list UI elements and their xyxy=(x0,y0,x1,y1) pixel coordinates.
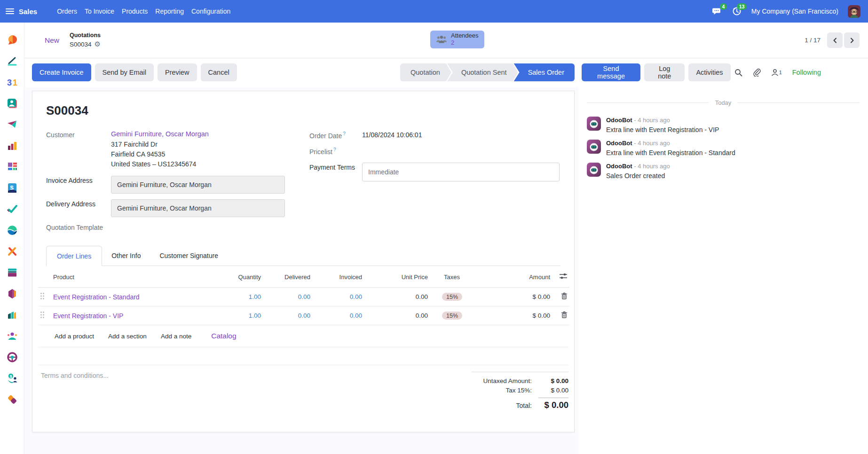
column-delivered[interactable]: Delivered xyxy=(263,266,312,288)
column-unit-price[interactable]: Unit Price xyxy=(364,266,430,288)
add-a-product-link[interactable]: Add a product xyxy=(55,333,94,340)
menu-configuration[interactable]: Configuration xyxy=(188,0,234,23)
total-label: Total: xyxy=(516,402,532,409)
column-taxes[interactable]: Taxes xyxy=(430,266,491,288)
delivered-cell[interactable]: 0.00 xyxy=(298,293,310,300)
tax-badge[interactable]: 15% xyxy=(442,293,462,301)
followers-count: 1 xyxy=(779,70,782,75)
checkmark-app-icon[interactable] xyxy=(6,203,18,215)
invoiced-cell[interactable]: 0.00 xyxy=(350,312,362,319)
invoiced-cell[interactable]: 0.00 xyxy=(350,293,362,300)
following-toggle[interactable]: Following xyxy=(792,69,821,76)
unit-price-cell[interactable]: 0.00 xyxy=(364,288,430,306)
user-avatar[interactable] xyxy=(848,5,860,18)
message-author[interactable]: OdooBot xyxy=(606,163,632,170)
letter-x-app-icon[interactable] xyxy=(6,245,18,258)
company-switcher[interactable]: My Company (San Francisco) xyxy=(751,8,838,15)
steering-wheel-app-icon[interactable] xyxy=(6,351,18,363)
customer-label: Customer xyxy=(46,130,111,169)
help-marker-icon: ? xyxy=(343,131,346,136)
product-link[interactable]: Event Registration - Standard xyxy=(53,293,140,301)
attachments-paperclip-icon[interactable] xyxy=(753,68,761,77)
new-button[interactable]: New xyxy=(45,36,59,45)
globe-layers-app-icon[interactable] xyxy=(6,224,18,236)
notebook-tabs: Order Lines Other Info Customer Signatur… xyxy=(46,245,560,266)
unit-price-cell[interactable]: 0.00 xyxy=(364,306,430,325)
status-step-quotation[interactable]: Quotation xyxy=(400,63,451,81)
svg-text:$: $ xyxy=(9,374,12,379)
bar-chart-app-icon[interactable] xyxy=(6,140,18,152)
breadcrumb-parent[interactable]: Quotations xyxy=(70,32,101,39)
status-step-quotation-sent[interactable]: Quotation Sent xyxy=(446,63,518,81)
drag-handle-icon[interactable] xyxy=(40,313,45,320)
odoobot-avatar[interactable] xyxy=(587,140,601,154)
column-product[interactable]: Product xyxy=(51,266,216,288)
delivery-address-field[interactable]: Gemini Furniture, Oscar Morgan xyxy=(111,199,285,217)
link-s-app-icon[interactable] xyxy=(6,393,18,406)
dollar-person-app-icon[interactable]: $ xyxy=(6,372,18,384)
message-author[interactable]: OdooBot xyxy=(606,140,632,147)
tab-order-lines[interactable]: Order Lines xyxy=(46,246,102,266)
create-invoice-button[interactable]: Create Invoice xyxy=(32,63,91,81)
search-messages-icon[interactable] xyxy=(734,69,742,77)
table-row[interactable]: Event Registration - VIP 1.00 0.00 0.00 … xyxy=(38,306,569,325)
dollar-document-app-icon[interactable]: $ xyxy=(6,182,18,194)
odoobot-avatar[interactable] xyxy=(587,117,601,131)
attendees-stat-button[interactable]: Attendees 2 xyxy=(430,31,484,48)
hamburger-menu-icon[interactable] xyxy=(6,8,14,14)
odoobot-avatar[interactable] xyxy=(587,163,601,177)
log-note-button[interactable]: Log note xyxy=(644,63,685,81)
people-group-app-icon[interactable] xyxy=(6,330,18,342)
skewed-bars-app-icon[interactable] xyxy=(6,309,18,321)
card-stack-app-icon[interactable] xyxy=(6,266,18,279)
pager-previous-button[interactable] xyxy=(827,32,843,48)
terms-and-conditions-input[interactable]: Terms and conditions... xyxy=(41,372,109,411)
table-row[interactable]: Event Registration - Standard 1.00 0.00 … xyxy=(38,288,569,306)
send-by-email-button[interactable]: Send by Email xyxy=(95,63,154,81)
menu-reporting[interactable]: Reporting xyxy=(151,0,188,23)
drag-handle-icon[interactable] xyxy=(40,294,45,301)
chat-bubble-app-icon[interactable] xyxy=(6,34,18,46)
pager-next-button[interactable] xyxy=(844,32,860,48)
optional-columns-icon[interactable] xyxy=(559,273,568,281)
tab-customer-signature[interactable]: Customer Signature xyxy=(150,245,228,266)
payment-terms-field[interactable]: Immediate xyxy=(362,163,560,181)
add-a-note-link[interactable]: Add a note xyxy=(161,333,191,340)
product-link[interactable]: Event Registration - VIP xyxy=(53,312,123,320)
order-date-value[interactable]: 11/08/2024 10:06:01 xyxy=(362,130,422,140)
customer-link[interactable]: Gemini Furniture, Oscar Morgan xyxy=(111,130,209,138)
cancel-button[interactable]: Cancel xyxy=(201,63,237,81)
preview-button[interactable]: Preview xyxy=(158,63,197,81)
activities-button[interactable]: Activities xyxy=(688,63,730,81)
delete-row-icon[interactable] xyxy=(561,292,568,301)
tax-badge[interactable]: 15% xyxy=(442,312,462,320)
quantity-cell[interactable]: 1.00 xyxy=(249,293,261,300)
pencil-angle-app-icon[interactable] xyxy=(6,55,18,67)
delete-row-icon[interactable] xyxy=(561,311,568,320)
send-arrow-app-icon[interactable] xyxy=(6,118,18,131)
contact-card-app-icon[interactable] xyxy=(6,97,18,110)
menu-to-invoice[interactable]: To Invoice xyxy=(81,0,118,23)
activities-clock-icon[interactable]: 13 xyxy=(732,6,742,16)
app-name[interactable]: Sales xyxy=(19,8,37,16)
quantity-cell[interactable]: 1.00 xyxy=(249,312,261,319)
calendar-31-app-icon[interactable]: 31 xyxy=(6,76,18,88)
status-step-sales-order[interactable]: Sales Order xyxy=(513,63,575,81)
hexagon-app-icon[interactable] xyxy=(6,288,18,300)
invoice-address-field[interactable]: Gemini Furniture, Oscar Morgan xyxy=(111,176,285,194)
messages-icon[interactable]: 4 xyxy=(712,6,722,16)
message-author[interactable]: OdooBot xyxy=(606,117,632,124)
column-quantity[interactable]: Quantity xyxy=(216,266,263,288)
delivered-cell[interactable]: 0.00 xyxy=(298,312,310,319)
send-message-button[interactable]: Send message xyxy=(582,63,640,81)
column-amount[interactable]: Amount xyxy=(491,266,552,288)
grid-squares-app-icon[interactable] xyxy=(6,161,18,173)
add-a-section-link[interactable]: Add a section xyxy=(108,333,147,340)
followers-icon[interactable]: 1 xyxy=(771,69,782,76)
column-invoiced[interactable]: Invoiced xyxy=(312,266,364,288)
menu-products[interactable]: Products xyxy=(118,0,151,23)
tab-other-info[interactable]: Other Info xyxy=(102,245,150,266)
gear-icon[interactable]: ⚙ xyxy=(95,40,101,48)
catalog-link[interactable]: Catalog xyxy=(211,332,236,340)
menu-orders[interactable]: Orders xyxy=(53,0,81,23)
